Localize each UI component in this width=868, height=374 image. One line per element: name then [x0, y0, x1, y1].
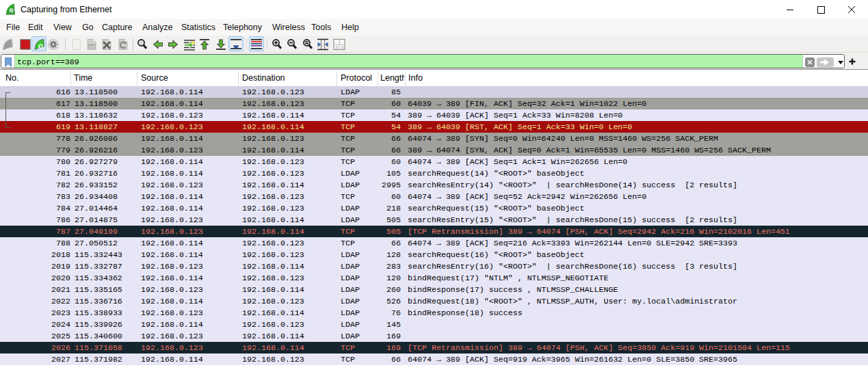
svg-text:1: 1 [339, 40, 341, 44]
svg-text:010: 010 [88, 44, 94, 49]
svg-text:2: 2 [335, 45, 337, 49]
svg-text:3: 3 [341, 45, 343, 49]
